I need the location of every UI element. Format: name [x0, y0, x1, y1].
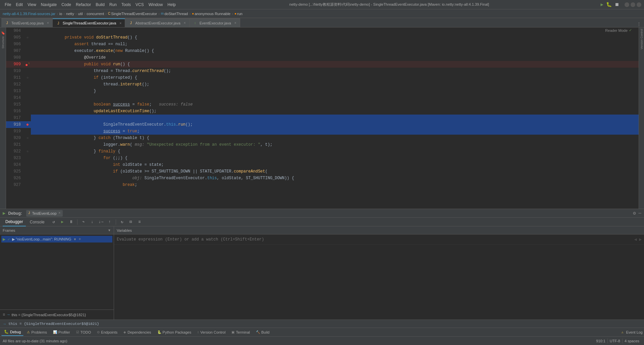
- menu-view[interactable]: View: [25, 2, 38, 8]
- debug-minimize-icon[interactable]: —: [639, 210, 641, 216]
- tool-build[interactable]: 🔨 Build: [253, 329, 272, 336]
- menu-tools[interactable]: Tools: [119, 2, 133, 8]
- debug-session-label: TestEventLoop: [32, 211, 57, 215]
- bc-util[interactable]: util: [78, 12, 83, 16]
- menu-vcs[interactable]: VCS: [133, 2, 146, 8]
- menu-run[interactable]: Run: [107, 2, 119, 8]
- bottom-right: ⚠ Event Log: [621, 330, 643, 334]
- dbg-run-to-cursor[interactable]: ↻: [118, 218, 126, 226]
- maximize-button[interactable]: [631, 2, 635, 7]
- window-title: netty-demo [...\Netty教程源资料\代码\netty-demo…: [180, 2, 598, 7]
- dbg-settings[interactable]: ≡: [136, 218, 143, 226]
- close-tab-2[interactable]: ×: [119, 21, 121, 25]
- this-arrow[interactable]: →: [7, 313, 9, 317]
- vcs-icon: ↕: [197, 330, 199, 334]
- this-bar: → this = {SingleThreadEventExecutor$5@18…: [0, 320, 644, 328]
- dbg-resume[interactable]: ▶: [59, 218, 66, 226]
- tab-singleThread[interactable]: J SingleThreadEventExecutor.java ×: [53, 18, 125, 27]
- tool-profiler[interactable]: 📊 Profiler: [50, 329, 73, 336]
- bc-anon[interactable]: ● anonymous Runnable: [192, 12, 230, 16]
- status-position[interactable]: 910:1: [594, 339, 607, 343]
- dbg-step-into-my[interactable]: ↓→: [97, 218, 105, 226]
- bc-sources-jar[interactable]: netty-all-4.1.39.Final-sources.jar: [3, 12, 55, 16]
- dbg-pause[interactable]: ⏸: [67, 218, 75, 226]
- menu-window[interactable]: Window: [147, 2, 165, 8]
- dbg-rerun[interactable]: ↺: [50, 218, 57, 226]
- tab-icon-2: J: [56, 21, 61, 25]
- left-sidebar: 🔖 Structure: [0, 27, 6, 209]
- menu-edit[interactable]: Edit: [14, 2, 25, 8]
- status-indent[interactable]: 4 spaces: [623, 339, 641, 343]
- event-log-icon[interactable]: ⚠: [621, 330, 623, 334]
- tool-python[interactable]: 🐍 Python Packages: [155, 329, 194, 336]
- tab-icon-1: J: [5, 21, 9, 25]
- tool-vcs[interactable]: ↕ Version Control: [195, 329, 228, 336]
- frame-item-main[interactable]: ▶ ✓ ▶ "nioEventLoop...main": RUNNING ▼ +: [1, 236, 112, 243]
- menu-file[interactable]: File: [3, 2, 13, 8]
- minimize-button[interactable]: [625, 2, 629, 7]
- this-value-2: this = {SingleThreadEventExecutor$5@1821…: [8, 322, 99, 326]
- close-tab-4[interactable]: ×: [234, 21, 236, 25]
- run-button-green[interactable]: ▶: [601, 2, 603, 7]
- this-arrow-2[interactable]: →: [3, 322, 6, 326]
- menu-code[interactable]: Code: [59, 2, 73, 8]
- menu-build[interactable]: Build: [94, 2, 107, 8]
- close-button[interactable]: [637, 2, 641, 7]
- tool-endpoints[interactable]: ⊙ Endpoints: [94, 329, 120, 336]
- frame-filter-icon[interactable]: ▼: [73, 237, 77, 241]
- frames-header: Frames ▼: [0, 226, 114, 234]
- eval-next-icon[interactable]: ▷: [639, 237, 641, 242]
- dbg-evaluate[interactable]: ⊡: [127, 218, 135, 226]
- bc-run[interactable]: ● run: [234, 12, 243, 16]
- close-tab-1[interactable]: ×: [47, 21, 49, 25]
- eval-history-icon[interactable]: ◁: [635, 237, 637, 242]
- bc-method[interactable]: m doStartThread: [161, 12, 188, 16]
- tool-dependencies[interactable]: ◈ Dependencies: [121, 329, 154, 336]
- dbg-step-into[interactable]: ↓: [89, 218, 96, 226]
- tool-problems[interactable]: ⚠ Problems: [24, 329, 49, 336]
- tool-debug[interactable]: 🐛 Debug: [1, 329, 23, 336]
- close-tab-3[interactable]: ×: [184, 21, 186, 25]
- bc-io[interactable]: io: [59, 12, 62, 16]
- title-bar: File Edit View Navigate Code Refactor Bu…: [0, 0, 644, 9]
- todo-icon: ☑: [76, 330, 79, 334]
- tab-console[interactable]: Console: [27, 218, 47, 226]
- eval-bar: ≡ → this = {SingleThreadEventExecutor$5@…: [0, 309, 114, 320]
- menu-help[interactable]: Help: [165, 2, 178, 8]
- menu-refactor[interactable]: Refactor: [74, 2, 93, 8]
- tab-eventExecutor[interactable]: I EventExecutor.java ×: [190, 18, 240, 27]
- tab-debugger[interactable]: Debugger: [3, 218, 26, 226]
- tab-icon-4: I: [193, 21, 198, 25]
- bc-netty[interactable]: netty: [66, 12, 74, 16]
- variables-header: Variables: [114, 226, 644, 234]
- menu-navigate[interactable]: Navigate: [39, 2, 59, 8]
- reader-mode-label[interactable]: Reader Mode ✓: [605, 28, 632, 32]
- stop-button[interactable]: ⏹: [614, 2, 619, 7]
- debug-header: ▶ Debug: J TestEventLoop × ⚙ —: [0, 209, 644, 218]
- frames-filter[interactable]: ▼: [108, 228, 111, 232]
- bc-class[interactable]: C SingleThreadEventExecutor: [108, 12, 157, 16]
- event-log-label[interactable]: Event Log: [626, 330, 643, 334]
- eval-expression-input[interactable]: [117, 237, 632, 242]
- variables-panel: Variables ◁ ▷: [114, 226, 644, 320]
- frame-add-icon[interactable]: +: [79, 237, 81, 242]
- tool-terminal[interactable]: ▣ Terminal: [229, 329, 253, 336]
- dbg-step-out[interactable]: ↑: [106, 218, 113, 226]
- vcs-label[interactable]: Version Control: [640, 29, 643, 50]
- close-debug-session[interactable]: ×: [59, 211, 61, 215]
- editor-area: Reader Mode ✓ 904 905 ○: [6, 27, 639, 209]
- bc-concurrent[interactable]: concurrent: [87, 12, 104, 16]
- debug-session-icon: J: [28, 211, 30, 215]
- tabs-more-icon[interactable]: ⋮: [637, 21, 641, 27]
- debug-panel: ▶ Debug: J TestEventLoop × ⚙ — Debugger …: [0, 209, 644, 328]
- dbg-step-over[interactable]: ↷: [80, 218, 87, 226]
- debug-settings-icon[interactable]: ⚙: [633, 210, 636, 216]
- status-encoding[interactable]: UTF-8: [608, 339, 622, 343]
- debug-session-tab[interactable]: J TestEventLoop ×: [26, 210, 63, 217]
- debug-run-indicator[interactable]: ▶: [3, 210, 5, 216]
- debug-button[interactable]: 🐛: [606, 2, 612, 7]
- code-line-927: 927 break;: [6, 182, 639, 188]
- tab-abstractEvent[interactable]: J AbstractEventExecutor.java ×: [125, 18, 189, 27]
- tool-todo[interactable]: ☑ TODO: [73, 329, 94, 336]
- tab-testEventLoop[interactable]: J TestEventLoop.java ×: [1, 18, 53, 27]
